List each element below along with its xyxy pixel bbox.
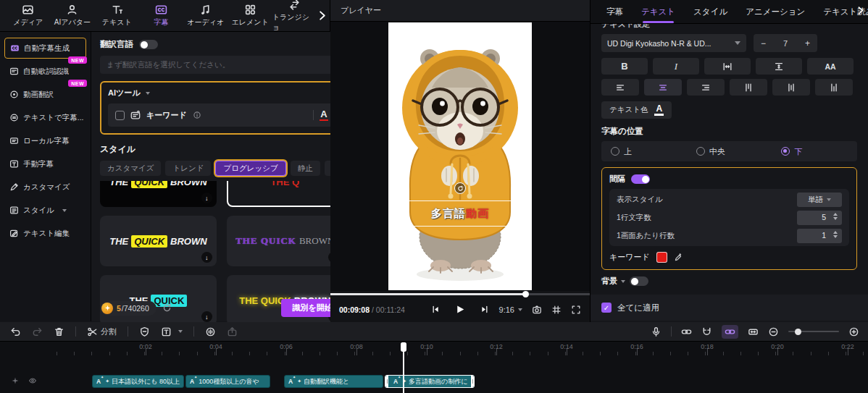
link-clips-button[interactable] — [681, 326, 692, 337]
nav-item-ai-avatar[interactable]: AIアバター — [50, 4, 94, 28]
font-size-decrease[interactable]: − — [761, 38, 766, 48]
next-frame-button[interactable] — [480, 305, 490, 314]
apply-all-checkbox[interactable]: ✓ — [601, 303, 612, 313]
position-radio-center[interactable]: 中央 — [687, 146, 772, 157]
zoom-in-button[interactable] — [848, 326, 859, 337]
subtitle-clip-4-selected[interactable]: A ✦ 多言語動画の制作に — [385, 375, 475, 388]
position-radio-bottom[interactable]: 下 — [772, 146, 857, 157]
tab-animation[interactable]: アニメーション — [746, 0, 805, 23]
sidebar-item-local-captions[interactable]: ローカル字幕 — [4, 130, 86, 151]
lines-per-screen-stepper[interactable]: 1 — [797, 229, 842, 243]
clip-trim-handle-left[interactable] — [385, 376, 388, 387]
translate-language-select[interactable]: まず翻訳言語を選択してください。 — [100, 56, 343, 74]
prev-frame-button[interactable] — [431, 305, 441, 314]
style-thumbnail-1[interactable]: THE QUICK BROWN ↓ — [100, 181, 217, 207]
credits-pill[interactable]: 5/740260 — [100, 301, 157, 316]
track-visibility-eye-icon[interactable] — [28, 376, 37, 385]
style-thumbnail-2-selected[interactable]: THE Q — [227, 181, 343, 207]
zoom-slider-handle[interactable] — [795, 329, 801, 335]
line-height-button[interactable] — [756, 58, 802, 75]
seek-handle[interactable] — [522, 291, 529, 297]
tabs-expand-button[interactable] — [856, 5, 865, 18]
nav-expand-button[interactable] — [317, 10, 328, 21]
tab-subtitles[interactable]: 字幕 — [606, 0, 623, 23]
sidebar-item-video-translate[interactable]: NEW 動画翻訳 — [4, 84, 86, 105]
fit-timeline-button[interactable] — [748, 326, 759, 337]
sidebar-item-manual-captions[interactable]: 手動字幕 — [4, 153, 86, 174]
stepper-arrows[interactable] — [833, 213, 838, 220]
redo-button[interactable] — [32, 326, 43, 337]
text-color-button[interactable]: テキスト色 A — [601, 101, 672, 119]
video-canvas[interactable]: 多言語動画 — [388, 22, 532, 290]
split-button[interactable]: 分割 — [87, 326, 117, 337]
timeline-ruler[interactable]: 0:02 0:04 0:06 0:08 0:10 0:12 0:14 0:16 … — [0, 342, 868, 356]
display-style-select[interactable]: 単語 — [797, 193, 842, 207]
bold-button[interactable]: B — [601, 58, 648, 75]
letter-spacing-button[interactable] — [704, 58, 751, 75]
align-center-button[interactable] — [644, 79, 682, 96]
info-icon[interactable] — [193, 111, 201, 119]
position-radio-top[interactable]: 上 — [601, 146, 687, 157]
subtitle-overlay[interactable]: 多言語動画 — [388, 200, 532, 227]
aspect-ratio-select[interactable]: 9:16 — [499, 305, 522, 314]
align-left-button[interactable] — [601, 79, 639, 96]
nav-item-elements[interactable]: エレメント — [228, 4, 272, 28]
chars-per-line-stepper[interactable]: 5 — [797, 211, 842, 225]
vertical-align-bottom-button[interactable] — [815, 79, 853, 96]
download-icon[interactable]: ↓ — [201, 193, 212, 203]
nav-item-audio[interactable]: オーディオ — [183, 4, 228, 28]
stepper-arrows[interactable] — [833, 231, 838, 238]
nav-item-transitions[interactable]: トランジショ — [272, 0, 317, 33]
keyword-color-swatch[interactable] — [656, 252, 667, 263]
export-clip-button[interactable] — [227, 326, 238, 337]
delete-button[interactable] — [54, 326, 64, 337]
zoom-slider[interactable] — [788, 331, 839, 332]
style-tab-trend[interactable]: トレンド — [165, 161, 211, 176]
style-thumbnail-3[interactable]: THE QUICK BROWN ↓ — [100, 216, 217, 266]
background-toggle[interactable] — [630, 276, 648, 286]
refresh-icon[interactable] — [162, 303, 172, 313]
vertical-align-middle-button[interactable] — [772, 79, 810, 96]
seek-bar[interactable] — [330, 291, 590, 297]
letter-case-button[interactable]: AA — [807, 58, 854, 75]
record-voiceover-button[interactable] — [651, 326, 662, 337]
nav-item-media[interactable]: メディア — [6, 4, 50, 28]
play-button[interactable] — [455, 304, 466, 315]
nav-item-subtitles[interactable]: 字幕 — [139, 4, 183, 28]
font-select[interactable]: UD Digi Kyokasho N-R & UD... — [601, 34, 746, 52]
zoom-out-button[interactable] — [768, 326, 779, 337]
subtitle-clip-2[interactable]: A 1000種類以上の音や — [185, 375, 270, 388]
undo-button[interactable] — [10, 326, 21, 337]
font-size-stepper[interactable]: − 7 + — [754, 34, 817, 52]
rotate-handle[interactable] — [454, 182, 466, 194]
translate-language-toggle[interactable] — [139, 40, 158, 49]
align-right-button[interactable] — [687, 79, 725, 96]
eyedropper-icon[interactable] — [674, 253, 683, 262]
vertical-align-top-button[interactable] — [730, 79, 767, 96]
snapshot-camera-icon[interactable] — [532, 305, 542, 315]
sidebar-item-style[interactable]: スタイル — [4, 200, 86, 221]
voice-effect-button[interactable] — [205, 326, 216, 337]
style-tab-static[interactable]: 静止 — [291, 161, 320, 176]
download-icon[interactable]: ↓ — [201, 252, 212, 263]
subtitle-clip-1[interactable]: A ✦ 日本語以外にも 80以上 — [92, 375, 184, 388]
nav-item-text[interactable]: テキスト — [95, 4, 139, 28]
style-thumbnail-4[interactable]: THE QUICK BROWN ↓ — [227, 216, 343, 266]
italic-button[interactable]: I — [653, 58, 699, 75]
spacing-toggle[interactable] — [631, 174, 650, 184]
fullscreen-icon[interactable] — [571, 305, 581, 315]
sidebar-item-auto-captions[interactable]: 自動字幕生成 — [4, 38, 86, 59]
style-tab-customize[interactable]: カスタマイズ — [100, 161, 161, 176]
chevron-down-icon[interactable] — [146, 92, 150, 95]
clip-trim-handle-right[interactable] — [471, 376, 474, 387]
sticker-badge-button[interactable] — [139, 326, 150, 337]
tab-style[interactable]: スタイル — [693, 0, 727, 23]
font-size-increase[interactable]: + — [805, 38, 810, 48]
subtitle-clip-3[interactable]: A ✦ 自動翻訳機能と — [284, 375, 383, 388]
sidebar-item-text-to-captions[interactable]: テキストで字幕... — [4, 107, 86, 128]
sidebar-item-customize[interactable]: カスタマイズ — [4, 177, 86, 198]
style-tab-progressive[interactable]: プログレッシブ — [215, 161, 285, 176]
keyword-color-indicator[interactable]: A — [320, 109, 327, 121]
auto-link-button[interactable] — [722, 325, 738, 339]
tab-text[interactable]: テキスト — [641, 0, 675, 23]
